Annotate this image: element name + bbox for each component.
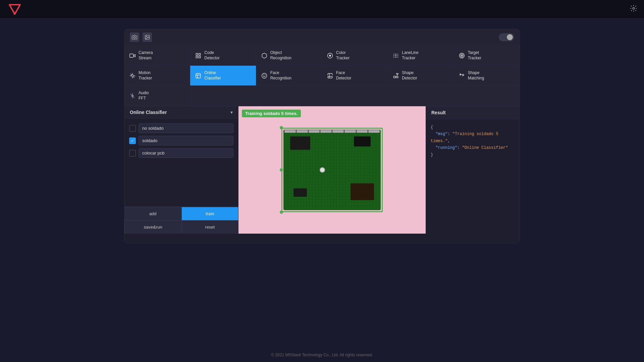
panel-body: ✓ [124,119,238,206]
camera-capture-button[interactable] [130,33,139,42]
pcb-board [283,130,381,210]
checkbox-colocar-pcb[interactable] [129,150,136,157]
svg-rect-6 [130,54,133,57]
right-panel: Result { "msg": "Training soldado 5 time… [426,106,520,234]
svg-point-18 [262,73,267,78]
svg-point-5 [146,36,147,37]
classifier-icon [195,73,202,79]
svg-point-2 [633,7,635,9]
nav-online-classifier[interactable]: OnlineClassifier [190,66,256,86]
settings-icon[interactable] [630,5,637,14]
pcb-image [283,130,381,210]
classifier-row-2: ✓ [129,136,233,145]
checkbox-no-soldado[interactable] [129,125,136,132]
nav-shape-matching-label: ShapeMatching [468,70,484,81]
nav-object-recognition-label: ObjectRecognition [270,50,291,61]
input-colocar-pcb[interactable] [139,148,233,158]
left-panel: Online Classifier ▾ ✓ [124,106,238,234]
svg-point-21 [394,76,396,78]
window-toolbar [124,29,520,46]
pcb-chip-2 [354,136,371,146]
main-content: CameraStream CodeDetector ObjectRecog [0,19,644,348]
nav-target-tracker[interactable]: TargetTracker [454,46,520,66]
panel-title: Online Classifier [130,110,167,115]
nav-camera-stream-label: CameraStream [139,50,153,61]
svg-text:2: 2 [13,11,15,15]
top-bar: 2 [0,0,644,19]
nav-object-recognition[interactable]: ObjectRecognition [256,46,322,66]
panel-header: Online Classifier ▾ [124,106,238,119]
pcb-connector [320,167,325,173]
footer-text: © 2021 M5Stack Technology Co., Ltd. All … [271,353,373,357]
nav-face-detector-label: FaceDetector [336,70,351,81]
train-button[interactable]: train [181,207,238,220]
motion-icon [129,73,136,79]
corner-dot-bl [280,210,283,214]
image-button[interactable] [143,33,152,42]
input-soldado[interactable] [139,136,233,145]
nav-shape-detector-label: ShapeDetector [402,70,417,81]
svg-point-24 [132,95,133,97]
svg-marker-22 [396,73,398,75]
classifier-row-1 [129,123,233,133]
panel-area: Online Classifier ▾ ✓ [124,106,520,234]
svg-rect-9 [196,56,198,58]
result-body: { "msg": "Training soldado 5 times.", "r… [426,119,520,163]
nav-online-classifier-label: OnlineClassifier [204,70,221,81]
nav-face-detector[interactable]: FaceDetector [322,66,388,86]
window-icons [130,33,152,42]
pcb-pins-top [283,130,381,133]
nav-code-detector-label: CodeDetector [204,50,219,61]
input-no-soldado[interactable] [139,123,233,133]
nav-audio-fft[interactable]: AudioFFT [124,86,190,106]
svg-point-3 [133,37,135,38]
svg-rect-23 [396,76,398,78]
nav-laneline-tracker[interactable]: LaneLineTracker [388,46,453,66]
save-run-button[interactable]: save&run [124,220,181,234]
training-banner: Training soldado 5 times. [242,110,301,117]
toggle-button[interactable] [499,33,514,41]
svg-rect-17 [196,73,201,78]
svg-point-16 [131,75,133,77]
result-header: Result [426,106,520,119]
nav-shape-matching[interactable]: ShapeMatching [454,66,520,86]
svg-point-12 [329,55,331,56]
nav-camera-stream[interactable]: CameraStream [124,46,190,66]
svg-point-15 [461,55,462,56]
collapse-icon[interactable]: ▾ [230,110,233,115]
nav-code-detector[interactable]: CodeDetector [190,46,256,66]
color-icon [327,53,333,59]
camera-icon [129,53,136,59]
pcb-chip-3 [351,183,374,200]
classifier-row-3 [129,148,233,158]
nav-audio-fft-label: AudioFFT [139,90,149,101]
nav-motion-tracker-label: MotionTracker [139,70,152,81]
nav-face-recognition-label: FaceRecognition [270,70,291,81]
app-window: CameraStream CodeDetector ObjectRecog [124,29,520,243]
nav-menu: CameraStream CodeDetector ObjectRecog [124,46,520,106]
panel-buttons: add train save&run reset [124,206,238,234]
checkbox-soldado[interactable]: ✓ [129,137,136,144]
code-icon [195,53,202,59]
footer: © 2021 M5Stack Technology Co., Ltd. All … [0,348,644,362]
svg-rect-10 [199,56,201,58]
nav-face-recognition[interactable]: FaceRecognition [256,66,322,86]
reset-button[interactable]: reset [181,220,238,234]
nav-target-tracker-label: TargetTracker [468,50,481,61]
logo: 2 [7,2,21,17]
nav-shape-detector[interactable]: ShapeDetector [388,66,453,86]
nav-color-tracker-label: ColorTracker [336,50,350,61]
pcb-chip-4 [293,188,307,197]
video-area: Training soldado 5 times. [238,106,426,234]
svg-rect-8 [199,53,201,55]
laneline-icon [392,53,399,59]
object-icon [261,53,268,59]
target-icon [459,53,465,59]
add-button[interactable]: add [124,207,181,220]
result-title: Result [431,110,446,115]
nav-motion-tracker[interactable]: MotionTracker [124,66,190,86]
nav-color-tracker[interactable]: ColorTracker [322,46,388,66]
svg-rect-7 [196,53,198,55]
corner-dot-ml [280,168,283,172]
nav-laneline-tracker-label: LaneLineTracker [402,50,418,61]
